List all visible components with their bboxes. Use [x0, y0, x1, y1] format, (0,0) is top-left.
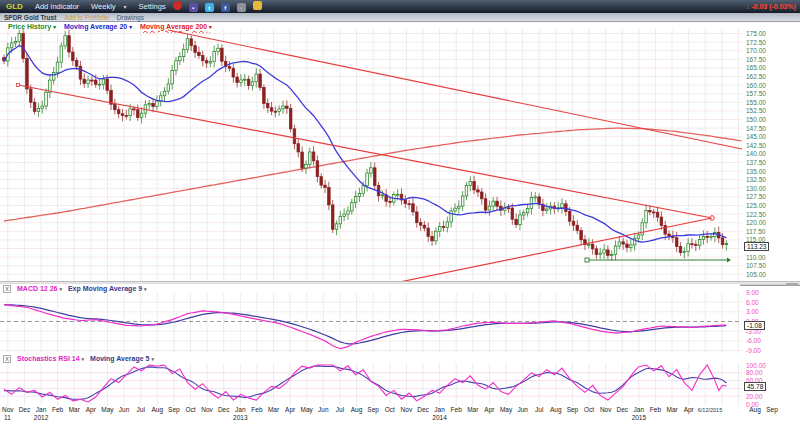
stoch-ma-dropdown[interactable]: Moving Average 5 ▾: [90, 355, 154, 362]
price-chart[interactable]: [0, 29, 742, 281]
macd-dropdown[interactable]: MACD 12 26 ▾: [17, 285, 62, 292]
xaxis-month-label: Dec: [417, 406, 429, 413]
stoch-close-button[interactable]: X: [3, 355, 11, 363]
period-select[interactable]: Weekly: [91, 2, 115, 11]
price-axis-label: 172.50: [746, 39, 766, 46]
stoch-dropdown[interactable]: Stochastics RSI 14 ▾: [17, 355, 84, 362]
macd-axis-label: -6.00: [746, 337, 761, 344]
xaxis-month-label: Aug: [749, 406, 761, 413]
record-icon[interactable]: [173, 1, 182, 10]
xaxis-month-label: Jan: [36, 406, 46, 413]
stoch-axis-label: 80.00: [746, 369, 762, 376]
xaxis-month-label: Oct: [385, 406, 395, 413]
xaxis-month-label: Apr: [484, 406, 494, 413]
xaxis-month-label: Jun: [119, 406, 129, 413]
add-indicator-button[interactable]: Add Indicator: [35, 2, 79, 11]
stoch-axis-label: 20.00: [746, 393, 762, 400]
settings-button[interactable]: Settings: [139, 2, 166, 11]
share-icon[interactable]: ▪: [189, 3, 198, 12]
xaxis-month-label: Mar: [268, 406, 279, 413]
price-axis-label: 120.00: [746, 219, 766, 226]
xaxis-year-label: 2015: [632, 414, 646, 421]
xaxis-year-label: 2012: [34, 414, 48, 421]
macd-close-button[interactable]: X: [3, 285, 11, 293]
xaxis-month-label: Jan: [434, 406, 444, 413]
price-axis-label: 167.50: [746, 56, 766, 63]
xaxis-month-label: Mar: [666, 406, 677, 413]
macd-axis-label: 3.00: [746, 308, 759, 315]
twitter-icon[interactable]: t: [205, 3, 214, 12]
xaxis-month-label: Jan: [634, 406, 644, 413]
price-axis-label: 157.50: [746, 90, 766, 97]
price-axis-label: 147.50: [746, 125, 766, 132]
price-axis-label: 142.50: [746, 142, 766, 149]
macd-chart[interactable]: [0, 293, 742, 352]
xaxis-month-label: Dec: [616, 406, 628, 413]
price-axis-label: 117.50: [746, 228, 765, 235]
xaxis-month-label: May: [301, 406, 313, 413]
xaxis-month-label: Feb: [451, 406, 462, 413]
xaxis-year-label: 2014: [432, 414, 446, 421]
macd-axis-label: 6.00: [746, 299, 759, 306]
xaxis-month-label: Mar: [467, 406, 478, 413]
charting-app: GLD Add Indicator Weekly ▾ Settings ▪tf◦…: [0, 0, 800, 430]
price-axis-label: 152.50: [746, 107, 766, 114]
xaxis-month-label: Dec: [19, 406, 31, 413]
symbol-subbar: SPDR Gold Trust Add to Portfolio Drawing…: [0, 13, 800, 22]
xaxis-month-label: Jun: [517, 406, 527, 413]
price-axis-label: 145.00: [746, 133, 766, 140]
drawings-menu[interactable]: Drawings: [117, 14, 144, 21]
xaxis-month-label: Apr: [684, 406, 694, 413]
last-price-box: 113.23: [744, 242, 769, 251]
xaxis-month-label: Jun: [318, 406, 328, 413]
macd-axis-label: 9.00: [746, 289, 759, 296]
xaxis-month-label: Sep: [168, 406, 180, 413]
xaxis-month-label: Nov: [201, 406, 213, 413]
xaxis-month-label: Jul: [535, 406, 543, 413]
price-axis-label: 127.50: [746, 193, 766, 200]
xaxis-month-label: Jul: [336, 406, 344, 413]
price-axis-label: 107.50: [746, 262, 766, 269]
add-to-portfolio-link[interactable]: Add to Portfolio: [64, 14, 108, 21]
xaxis-month-label: Feb: [52, 406, 63, 413]
xaxis-month-label: May: [101, 406, 113, 413]
price-axis-label: 105.00: [746, 271, 766, 278]
folder-icon[interactable]: [253, 1, 262, 10]
quote-change: ↓-0.03 (-0.03%): [745, 2, 796, 11]
price-axis-label: 162.50: [746, 73, 766, 80]
xaxis-month-label: Nov: [600, 406, 612, 413]
stoch-axis-label: 100.00: [746, 362, 766, 369]
macd-signal-dropdown[interactable]: Exp Moving Average 9 ▾: [68, 285, 147, 292]
xaxis-month-label: Nov: [2, 406, 14, 413]
camera-icon[interactable]: ◦: [237, 3, 246, 12]
xaxis-last-date-label: 6/12/2015: [698, 407, 722, 413]
price-axis-label: 165.00: [746, 64, 766, 71]
price-axis-label: 160.00: [746, 82, 766, 89]
xaxis-month-label: Apr: [285, 406, 295, 413]
facebook-icon[interactable]: f: [221, 3, 230, 12]
xaxis-month-label: Apr: [86, 406, 96, 413]
xaxis-month-label: Jan: [235, 406, 245, 413]
xaxis-month-label: Aug: [550, 406, 562, 413]
price-axis-label: 122.50: [746, 211, 766, 218]
top-toolbar: GLD Add Indicator Weekly ▾ Settings ▪tf◦…: [0, 0, 800, 13]
xaxis-month-label: Sep: [367, 406, 379, 413]
scrollbar-grip[interactable]: [786, 283, 798, 286]
price-axis-label: 155.00: [746, 99, 766, 106]
price-axis-label: 130.00: [746, 185, 766, 192]
stoch-chart[interactable]: [0, 363, 742, 406]
symbol-label: GLD: [6, 2, 23, 11]
macd-last-box: -1.08: [744, 321, 765, 330]
period-caret-icon[interactable]: ▾: [124, 3, 127, 10]
xaxis-month-label: Aug: [151, 406, 163, 413]
xaxis-month-label: Aug: [351, 406, 363, 413]
xaxis-year-label: 2013: [233, 414, 247, 421]
toolbar-icons: ▪tf◦: [166, 1, 262, 13]
price-axis-label: 150.00: [746, 116, 766, 123]
xaxis-month-label: Sep: [567, 406, 579, 413]
price-axis-label: 135.00: [746, 168, 766, 175]
price-axis-label: 140.00: [746, 150, 766, 157]
price-axis-label: 110.00: [746, 254, 765, 261]
xaxis-month-label: Feb: [650, 406, 661, 413]
xaxis-month-label: Mar: [69, 406, 80, 413]
